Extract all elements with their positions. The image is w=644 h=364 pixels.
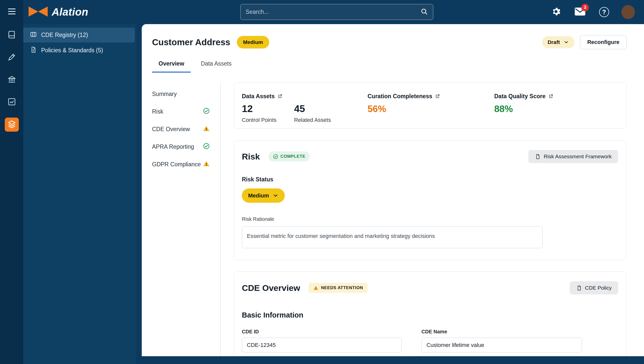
risk-rationale-input[interactable]: Essential metric for customer segmentati… <box>242 227 543 248</box>
rail-catalog-button[interactable] <box>5 28 19 42</box>
chevron-down-icon <box>273 193 278 198</box>
risk-status-dropdown[interactable]: Medium <box>242 188 285 203</box>
chart-icon <box>7 97 16 107</box>
related-assets-label: Related Assets <box>294 117 331 123</box>
icon-rail <box>0 0 23 364</box>
data-assets-title[interactable]: Data Assets <box>242 93 275 100</box>
risk-assessment-framework-button[interactable]: Risk Assessment Framework <box>528 150 618 163</box>
cde-id-input[interactable] <box>242 338 402 352</box>
settings-button[interactable] <box>549 5 563 19</box>
framework-button-label: Risk Assessment Framework <box>544 153 612 160</box>
check-circle-icon <box>273 154 278 159</box>
external-link-icon[interactable] <box>435 94 440 99</box>
basic-information-heading: Basic Information <box>242 311 618 319</box>
tab-bar: Overview Data Assets <box>142 60 644 73</box>
pen-icon <box>7 53 16 63</box>
related-assets-value: 45 <box>294 103 331 114</box>
cde-name-input[interactable] <box>421 338 582 352</box>
cde-id-label: CDE ID <box>242 329 402 335</box>
control-points-label: Control Points <box>242 117 276 123</box>
control-points-value: 12 <box>242 103 276 114</box>
warning-triangle-icon <box>203 160 210 169</box>
section-nav-gdpr-compliance[interactable]: GDPR Compliance <box>152 155 220 173</box>
cde-policy-button[interactable]: CDE Policy <box>570 281 618 294</box>
page-header: Customer Address Medium Draft Reconfigur… <box>142 24 644 49</box>
alation-logo[interactable]: Alation <box>28 6 88 19</box>
risk-section: Risk COMPLETE Risk Assessment Framework … <box>234 140 627 260</box>
bank-icon <box>7 75 16 85</box>
needs-attention-label: NEEDS ATTENTION <box>321 285 363 290</box>
draft-label: Draft <box>548 39 560 45</box>
table-columns-icon <box>30 31 37 39</box>
nav-label: APRA Reporting <box>152 143 194 150</box>
related-assets-stat: 45 Related Assets <box>294 103 331 123</box>
sidebar-item-cde-registry[interactable]: CDE Registry (12) <box>23 28 135 42</box>
data-quality-stat: Data Quality Score 88% <box>494 93 553 128</box>
rail-analytics-button[interactable] <box>5 95 19 109</box>
needs-attention-badge: NEEDS ATTENTION <box>309 283 368 293</box>
alation-logo-icon <box>28 6 48 19</box>
gear-icon <box>551 7 561 17</box>
nav-label: Summary <box>152 91 177 97</box>
sidebar-item-policies-standards[interactable]: Policies & Standards (5) <box>23 43 135 58</box>
quality-title[interactable]: Data Quality Score <box>494 93 546 100</box>
draft-status-dropdown[interactable]: Draft <box>542 36 575 48</box>
stats-card: Data Assets 12 Control Points 45 Related… <box>234 83 627 129</box>
rail-data-products-button[interactable] <box>5 118 19 132</box>
check-circle-icon <box>203 143 210 151</box>
curation-value: 56% <box>368 104 494 114</box>
avatar <box>621 5 635 19</box>
section-nav-apra-reporting[interactable]: APRA Reporting <box>152 138 220 155</box>
topbar-actions: 3 ? <box>549 0 635 24</box>
sidebar-item-label: Policies & Standards (5) <box>41 47 103 54</box>
card-body: Summary Risk CDE Overview APRA Reporting <box>142 83 644 356</box>
risk-title: Risk <box>242 152 260 162</box>
control-points-stat: 12 Control Points <box>242 103 276 123</box>
check-circle-icon <box>203 108 210 116</box>
cde-overview-title: CDE Overview <box>242 283 300 293</box>
tab-data-assets[interactable]: Data Assets <box>194 60 238 73</box>
rail-governance-button[interactable] <box>5 73 19 87</box>
sidebar-item-label: CDE Registry (12) <box>41 32 88 38</box>
search-input[interactable] <box>246 9 420 15</box>
warning-triangle-icon <box>313 285 319 291</box>
notification-badge: 3 <box>581 4 589 11</box>
user-menu[interactable] <box>621 5 635 19</box>
external-link-icon[interactable] <box>277 94 282 99</box>
complete-badge: COMPLETE <box>268 151 310 162</box>
reconfigure-button[interactable]: Reconfigure <box>580 35 627 49</box>
section-content: Data Assets 12 Control Points 45 Related… <box>221 83 627 356</box>
section-nav-summary[interactable]: Summary <box>152 85 220 103</box>
nav-label: GDPR Compliance <box>152 161 201 168</box>
sidebar: CDE Registry (12) Policies & Standards (… <box>23 24 136 364</box>
section-nav-risk[interactable]: Risk <box>152 103 220 120</box>
curation-completeness-stat: Curation Completeness 56% <box>368 93 494 128</box>
nav-label: CDE Overview <box>152 126 190 133</box>
hamburger-menu-icon[interactable] <box>8 9 16 16</box>
rail-compose-button[interactable] <box>5 50 19 65</box>
chevron-down-icon <box>563 39 569 45</box>
complete-badge-label: COMPLETE <box>280 154 305 159</box>
section-nav-cde-overview[interactable]: CDE Overview <box>152 120 220 138</box>
topbar: Alation 3 <box>0 0 644 24</box>
cde-overview-section: CDE Overview NEEDS ATTENTION CDE Policy … <box>234 272 627 356</box>
cde-name-label: CDE Name <box>421 329 582 335</box>
curation-title[interactable]: Curation Completeness <box>368 93 432 100</box>
layers-icon <box>7 120 16 130</box>
help-button[interactable]: ? <box>597 5 611 19</box>
search-icon[interactable] <box>420 8 428 16</box>
risk-level-pill: Medium <box>237 36 269 48</box>
logo-text: Alation <box>52 6 88 18</box>
global-search[interactable] <box>240 4 433 20</box>
quality-value: 88% <box>494 104 553 114</box>
risk-status-value: Medium <box>248 192 269 199</box>
page-title: Customer Address <box>152 37 230 47</box>
data-assets-stat: Data Assets 12 Control Points 45 Related… <box>242 93 368 128</box>
notifications-button[interactable]: 3 <box>573 5 587 19</box>
external-link-icon[interactable] <box>548 94 553 99</box>
section-nav: Summary Risk CDE Overview APRA Reporting <box>152 83 221 356</box>
cde-policy-button-label: CDE Policy <box>585 285 612 291</box>
risk-status-label: Risk Status <box>242 176 618 183</box>
tab-overview[interactable]: Overview <box>152 60 191 73</box>
risk-rationale-label: Risk Rationale <box>242 216 618 222</box>
